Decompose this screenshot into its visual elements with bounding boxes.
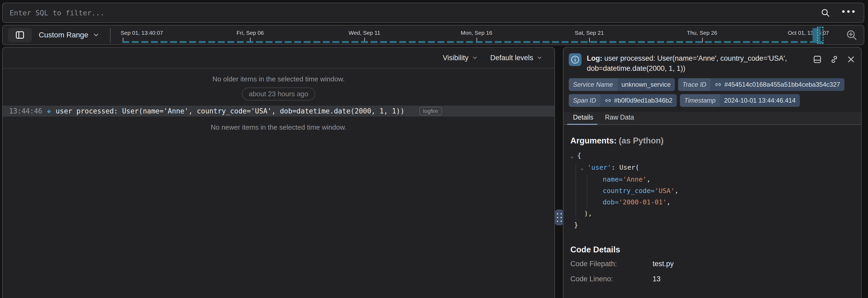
code-line: country_code='USA',	[570, 185, 854, 196]
main-area: Visibility Default levels No older items…	[2, 47, 862, 298]
link-icon	[604, 97, 612, 104]
sidebar-toggle-button[interactable]	[8, 28, 32, 42]
sql-filter-bar: •••	[2, 3, 864, 23]
time-range-bar: Custom Range Sep 01, 13:40:07 Fri, Sep 0…	[2, 25, 864, 45]
search-icon[interactable]	[820, 8, 830, 18]
log-list-header: Visibility Default levels	[3, 47, 554, 69]
sql-filter-input[interactable]	[9, 9, 820, 17]
timestamp-badge: Timestamp 2024-10-01 13:44:46.414	[680, 94, 800, 107]
tab-raw-data[interactable]: Raw Data	[599, 113, 640, 124]
timeline-day-label: Sat, Sep 21	[575, 30, 604, 36]
code-details-table: Code Filepath: test.py Code Lineno: 13	[570, 260, 854, 283]
span-id-badge[interactable]: Span ID #b0f0d9ed1ab346b2	[569, 94, 677, 107]
detail-tabs: Details Raw Data	[563, 112, 861, 125]
log-level-diamond-icon: ◆	[47, 107, 51, 115]
service-name-badge: Service Name unknown_service	[569, 78, 675, 91]
timeline-day-label: Thu, Sep 26	[687, 30, 717, 36]
relative-time-badge: about 23 hours ago	[242, 88, 315, 100]
time-range-label: Custom Range	[39, 31, 88, 39]
indent-guide	[587, 175, 587, 209]
tab-details[interactable]: Details	[567, 113, 599, 124]
timeline-day-label: Mon, Sep 16	[461, 30, 492, 36]
code-filepath-value: test.py	[653, 260, 854, 268]
code-line: ⌄{	[570, 150, 854, 162]
log-list-panel: Visibility Default levels No older items…	[2, 47, 555, 298]
no-older-items-text: No older items in the selected time wind…	[3, 75, 554, 83]
code-lineno-value: 13	[653, 275, 854, 283]
chevron-down-icon	[472, 55, 478, 61]
close-icon[interactable]	[847, 55, 855, 64]
code-filepath-label: Code Filepath:	[570, 260, 653, 268]
info-icon	[569, 53, 582, 66]
timeline-activity-line	[122, 41, 823, 43]
indent-guide	[576, 164, 576, 220]
panel-resize-handle[interactable]	[555, 209, 563, 225]
log-row[interactable]: 13:44:46 ◆ user processed: User(name='An…	[3, 105, 554, 117]
detail-header: Log: user processed: User(name='Anne', c…	[563, 47, 861, 73]
timeline-day-label: Fri, Sep 06	[237, 30, 264, 36]
code-line: dob='2000-01-01',	[570, 196, 854, 208]
code-line: ⌄'user': User(	[570, 162, 854, 174]
collapse-chevron-icon[interactable]: ⌄	[581, 162, 587, 174]
code-line: }	[570, 219, 854, 231]
log-time: 13:44:46	[9, 107, 42, 115]
code-line: name='Anne',	[570, 174, 854, 185]
visibility-dropdown[interactable]: Visibility	[443, 54, 478, 62]
detail-badges: Service Name unknown_service Trace ID #4…	[563, 73, 861, 107]
timeline-day-label: Wed, Sep 11	[348, 30, 380, 36]
code-line: ),	[570, 208, 854, 219]
arguments-python-tree: ⌄{ ⌄'user': User( name='Anne', country_c…	[570, 150, 854, 231]
timeline-canvas[interactable]: Sep 01, 13:40:07 Fri, Sep 06 Wed, Sep 11…	[115, 26, 842, 44]
arguments-heading: Arguments: (as Python)	[570, 136, 854, 145]
log-tag-chip[interactable]: logfire	[420, 107, 442, 115]
code-lineno-label: Code Lineno:	[570, 275, 653, 283]
copy-link-icon[interactable]	[830, 55, 839, 64]
link-icon	[715, 81, 721, 88]
log-message: user processed: User(name='Anne', countr…	[56, 107, 405, 115]
time-range-dropdown[interactable]: Custom Range	[39, 31, 99, 39]
chevron-down-icon	[536, 55, 543, 61]
dock-panel-icon[interactable]	[813, 55, 822, 64]
timeline-start-label: Sep 01, 13:40:07	[121, 30, 163, 36]
detail-title: Log: user processed: User(name='Anne', c…	[587, 53, 813, 73]
more-menu-icon[interactable]: •••	[842, 7, 857, 19]
log-detail-panel: Log: user processed: User(name='Anne', c…	[563, 47, 862, 298]
divider	[110, 28, 111, 42]
timeline-selection-window[interactable]	[817, 27, 824, 44]
collapse-chevron-icon[interactable]: ⌄	[570, 150, 577, 162]
default-levels-dropdown[interactable]: Default levels	[490, 54, 543, 62]
no-newer-items-text: No newer items in the selected time wind…	[3, 123, 554, 132]
zoom-in-button[interactable]	[844, 28, 859, 42]
trace-id-badge[interactable]: Trace ID #454514c0168a455a51bb4ceba354c3…	[678, 78, 844, 91]
chevron-down-icon	[93, 32, 99, 38]
code-details-heading: Code Details	[570, 245, 854, 255]
